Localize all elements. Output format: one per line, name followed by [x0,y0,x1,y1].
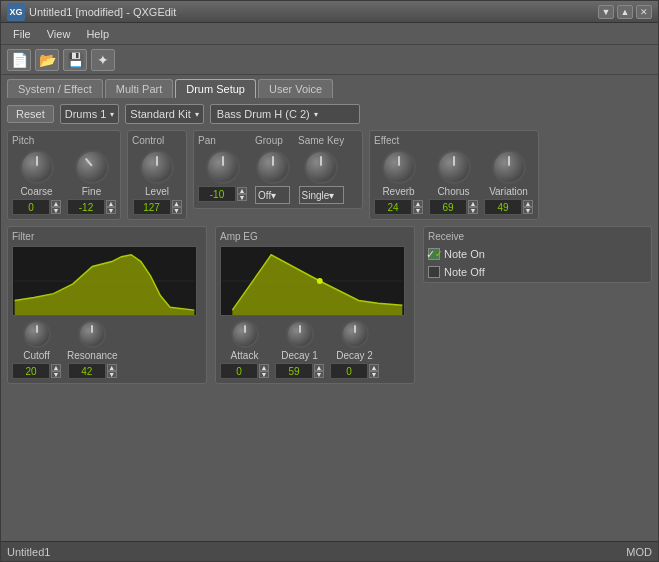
coarse-down-arrow[interactable]: ▼ [51,207,61,214]
control-section: Control Level 127 ▲ ▼ [127,130,187,220]
tabs-row: System / Effect Multi Part Drum Setup Us… [1,75,658,98]
decay1-value-spin: 59 ▲ ▼ [275,363,324,379]
reverb-knob[interactable] [382,150,416,184]
pitch-section: Pitch Coarse 0 ▲ ▼ [7,130,121,220]
variation-knob[interactable] [492,150,526,184]
fine-input[interactable]: -12 [67,199,105,215]
decay1-down-arrow[interactable]: ▼ [314,371,324,378]
fine-knob[interactable] [75,150,109,184]
decay2-spin-arrows: ▲ ▼ [369,364,379,378]
chorus-indicator [453,156,455,166]
level-down-arrow[interactable]: ▼ [172,207,182,214]
reset-button[interactable]: Reset [7,105,54,123]
coarse-input[interactable]: 0 [12,199,50,215]
menu-help[interactable]: Help [78,26,117,42]
decay2-up-arrow[interactable]: ▲ [369,364,379,371]
kit-dropdown[interactable]: Standard Kit ▾ [125,104,204,124]
group-knob[interactable] [256,150,290,184]
effect-knobs: Reverb 24 ▲ ▼ Chorus [374,150,534,215]
menu-file[interactable]: File [5,26,39,42]
attack-up-arrow[interactable]: ▲ [259,364,269,371]
variation-input[interactable]: 49 [484,199,522,215]
drums-dropdown[interactable]: Drums 1 ▾ [60,104,120,124]
variation-label: Variation [489,186,528,197]
amp-eg-graph [221,247,404,315]
new-button[interactable]: 📄 [7,49,31,71]
maximize-button[interactable]: ▲ [617,5,633,19]
decay1-indicator [299,325,301,333]
same-key-container: Single ▾ [298,150,344,204]
coarse-knob[interactable] [20,150,54,184]
note-off-checkbox[interactable] [428,266,440,278]
save-button[interactable]: 💾 [63,49,87,71]
cutoff-down-arrow[interactable]: ▼ [51,371,61,378]
same-key-dropdown[interactable]: Single ▾ [299,186,344,204]
resonance-knob[interactable] [78,320,106,348]
tab-system-effect[interactable]: System / Effect [7,79,103,98]
same-key-value: Single [302,190,330,201]
fine-up-arrow[interactable]: ▲ [106,200,116,207]
level-up-arrow[interactable]: ▲ [172,200,182,207]
chorus-up-arrow[interactable]: ▲ [468,200,478,207]
chorus-knob[interactable] [437,150,471,184]
variation-container: Variation 49 ▲ ▼ [484,150,533,215]
reverb-down-arrow[interactable]: ▼ [413,207,423,214]
effect-label: Effect [374,135,534,146]
attack-knob[interactable] [231,320,259,348]
variation-spin-arrows: ▲ ▼ [523,200,533,214]
level-input[interactable]: 127 [133,199,171,215]
amp-eg-graph-container [220,246,405,316]
resonance-up-arrow[interactable]: ▲ [107,364,117,371]
decay1-input[interactable]: 59 [275,363,313,379]
decay2-down-arrow[interactable]: ▼ [369,371,379,378]
attack-down-arrow[interactable]: ▼ [259,371,269,378]
fine-down-arrow[interactable]: ▼ [106,207,116,214]
decay2-knob[interactable] [341,320,369,348]
group-dropdown[interactable]: Off ▾ [255,186,290,204]
attack-spin-arrows: ▲ ▼ [259,364,269,378]
same-key-knob[interactable] [304,150,338,184]
group-dropdown-arrow: ▾ [271,190,276,201]
pan-knob[interactable] [206,150,240,184]
minimize-button[interactable]: ▼ [598,5,614,19]
close-button[interactable]: ✕ [636,5,652,19]
cutoff-up-arrow[interactable]: ▲ [51,364,61,371]
coarse-up-arrow[interactable]: ▲ [51,200,61,207]
chorus-down-arrow[interactable]: ▼ [468,207,478,214]
fine-value-spin: -12 ▲ ▼ [67,199,116,215]
decay1-knob[interactable] [286,320,314,348]
reverb-container: Reverb 24 ▲ ▼ [374,150,423,215]
group-container: Off ▾ [255,150,290,204]
pitch-knobs: Coarse 0 ▲ ▼ Fine [12,150,116,215]
star-button[interactable]: ✦ [91,49,115,71]
attack-input[interactable]: 0 [220,363,258,379]
reverb-input[interactable]: 24 [374,199,412,215]
cutoff-input[interactable]: 20 [12,363,50,379]
tab-user-voice[interactable]: User Voice [258,79,333,98]
attack-container: Attack 0 ▲ ▼ [220,320,269,379]
resonance-down-arrow[interactable]: ▼ [107,371,117,378]
resonance-input[interactable]: 42 [68,363,106,379]
group-value-spin: Off ▾ [255,186,290,204]
note-on-checkbox[interactable]: ✓ [428,248,440,260]
variation-down-arrow[interactable]: ▼ [523,207,533,214]
reverb-up-arrow[interactable]: ▲ [413,200,423,207]
chorus-input[interactable]: 69 [429,199,467,215]
decay1-up-arrow[interactable]: ▲ [314,364,324,371]
cutoff-knob[interactable] [23,320,51,348]
pan-up-arrow[interactable]: ▲ [237,187,247,194]
fine-indicator [84,158,92,167]
decay2-input[interactable]: 0 [330,363,368,379]
cutoff-indicator [36,325,38,333]
menu-view[interactable]: View [39,26,79,42]
instrument-dropdown[interactable]: Bass Drum H (C 2) ▾ [210,104,360,124]
pan-input[interactable]: -10 [198,186,236,202]
level-indicator [156,156,158,166]
pan-down-arrow[interactable]: ▼ [237,194,247,201]
variation-up-arrow[interactable]: ▲ [523,200,533,207]
note-off-row: Note Off [428,266,647,278]
tab-multi-part[interactable]: Multi Part [105,79,173,98]
open-button[interactable]: 📂 [35,49,59,71]
level-knob[interactable] [140,150,174,184]
tab-drum-setup[interactable]: Drum Setup [175,79,256,98]
